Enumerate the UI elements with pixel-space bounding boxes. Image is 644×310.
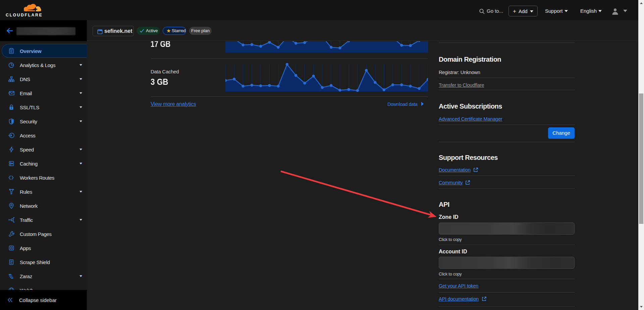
svg-text:CLOUDFLARE: CLOUDFLARE: [6, 13, 43, 17]
